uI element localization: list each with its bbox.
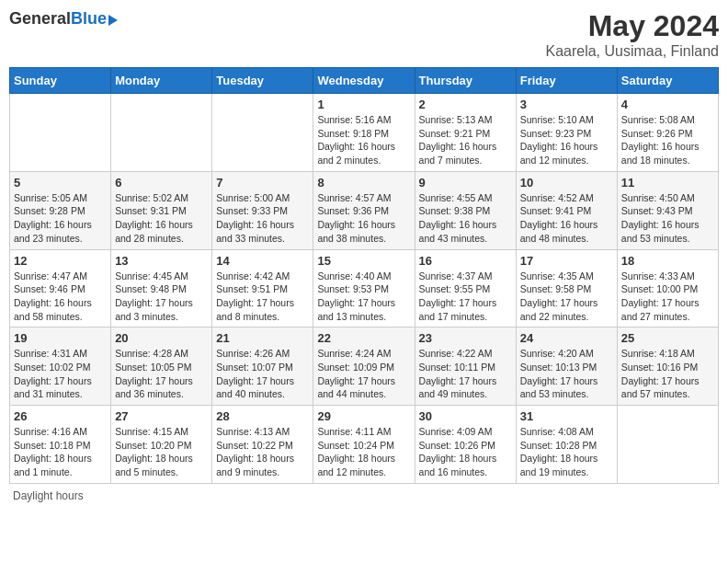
day-info: Sunrise: 5:08 AM Sunset: 9:26 PM Dayligh…	[621, 113, 714, 167]
day-info: Sunrise: 5:16 AM Sunset: 9:18 PM Dayligh…	[317, 113, 410, 167]
calendar-cell: 30Sunrise: 4:09 AM Sunset: 10:26 PM Dayl…	[415, 406, 516, 484]
day-info: Sunrise: 4:40 AM Sunset: 9:53 PM Dayligh…	[317, 270, 410, 324]
day-of-week-header: Friday	[516, 68, 617, 94]
day-info: Sunrise: 4:20 AM Sunset: 10:13 PM Daylig…	[520, 347, 613, 401]
day-info: Sunrise: 4:18 AM Sunset: 10:16 PM Daylig…	[621, 347, 714, 401]
day-number: 16	[419, 254, 512, 268]
calendar-cell: 10Sunrise: 4:52 AM Sunset: 9:41 PM Dayli…	[516, 171, 617, 249]
day-number: 21	[216, 331, 309, 345]
calendar-table: SundayMondayTuesdayWednesdayThursdayFrid…	[9, 67, 719, 484]
calendar-cell: 20Sunrise: 4:28 AM Sunset: 10:05 PM Dayl…	[111, 327, 212, 406]
day-number: 28	[216, 409, 309, 423]
day-of-week-header: Monday	[111, 68, 212, 94]
day-info: Sunrise: 4:45 AM Sunset: 9:48 PM Dayligh…	[115, 270, 208, 324]
day-info: Sunrise: 4:28 AM Sunset: 10:05 PM Daylig…	[115, 347, 208, 401]
day-number: 20	[115, 331, 208, 345]
calendar-cell: 9Sunrise: 4:55 AM Sunset: 9:38 PM Daylig…	[415, 171, 516, 249]
calendar-cell	[111, 94, 212, 172]
day-info: Sunrise: 4:37 AM Sunset: 9:55 PM Dayligh…	[419, 270, 512, 324]
calendar-cell: 2Sunrise: 5:13 AM Sunset: 9:21 PM Daylig…	[415, 94, 516, 172]
day-info: Sunrise: 5:13 AM Sunset: 9:21 PM Dayligh…	[419, 113, 512, 167]
day-info: Sunrise: 5:10 AM Sunset: 9:23 PM Dayligh…	[520, 113, 613, 167]
calendar-cell: 3Sunrise: 5:10 AM Sunset: 9:23 PM Daylig…	[516, 94, 617, 172]
day-number: 9	[419, 176, 512, 190]
calendar-cell: 7Sunrise: 5:00 AM Sunset: 9:33 PM Daylig…	[212, 171, 313, 249]
day-of-week-header: Sunday	[10, 68, 111, 94]
calendar-cell: 23Sunrise: 4:22 AM Sunset: 10:11 PM Dayl…	[415, 327, 516, 406]
day-number: 15	[317, 254, 410, 268]
calendar-week-row: 1Sunrise: 5:16 AM Sunset: 9:18 PM Daylig…	[10, 94, 719, 172]
day-info: Sunrise: 4:31 AM Sunset: 10:02 PM Daylig…	[14, 347, 107, 401]
calendar-cell: 14Sunrise: 4:42 AM Sunset: 9:51 PM Dayli…	[212, 249, 313, 327]
footer: Daylight hours	[9, 489, 719, 502]
day-info: Sunrise: 4:16 AM Sunset: 10:18 PM Daylig…	[14, 425, 107, 479]
calendar-cell: 13Sunrise: 4:45 AM Sunset: 9:48 PM Dayli…	[111, 249, 212, 327]
logo: General Blue	[9, 9, 118, 29]
day-info: Sunrise: 5:02 AM Sunset: 9:31 PM Dayligh…	[115, 191, 208, 246]
day-of-week-header: Tuesday	[212, 68, 313, 94]
calendar-cell	[212, 94, 313, 172]
day-of-week-header: Thursday	[415, 68, 516, 94]
day-number: 22	[317, 331, 410, 345]
calendar-cell: 4Sunrise: 5:08 AM Sunset: 9:26 PM Daylig…	[617, 94, 718, 172]
day-info: Sunrise: 4:26 AM Sunset: 10:07 PM Daylig…	[216, 347, 309, 401]
calendar-cell: 12Sunrise: 4:47 AM Sunset: 9:46 PM Dayli…	[10, 249, 111, 327]
day-number: 31	[520, 409, 613, 423]
day-number: 5	[14, 176, 107, 190]
page-subtitle: Kaarela, Uusimaa, Finland	[545, 43, 719, 60]
day-number: 2	[419, 98, 512, 111]
calendar-cell: 28Sunrise: 4:13 AM Sunset: 10:22 PM Dayl…	[212, 406, 313, 484]
calendar-week-row: 12Sunrise: 4:47 AM Sunset: 9:46 PM Dayli…	[10, 249, 719, 327]
day-number: 7	[216, 176, 309, 190]
day-number: 11	[621, 176, 714, 190]
day-number: 14	[216, 254, 309, 268]
days-of-week-row: SundayMondayTuesdayWednesdayThursdayFrid…	[10, 68, 719, 94]
day-info: Sunrise: 4:55 AM Sunset: 9:38 PM Dayligh…	[419, 191, 512, 246]
calendar-cell: 29Sunrise: 4:11 AM Sunset: 10:24 PM Dayl…	[313, 406, 415, 484]
day-number: 19	[14, 331, 107, 345]
day-number: 3	[520, 98, 613, 111]
day-number: 25	[621, 331, 714, 345]
day-info: Sunrise: 4:08 AM Sunset: 10:28 PM Daylig…	[520, 425, 613, 479]
day-of-week-header: Wednesday	[313, 68, 415, 94]
day-number: 12	[14, 254, 107, 268]
calendar-cell: 27Sunrise: 4:15 AM Sunset: 10:20 PM Dayl…	[111, 406, 212, 484]
day-number: 8	[317, 176, 410, 190]
day-info: Sunrise: 5:00 AM Sunset: 9:33 PM Dayligh…	[216, 191, 309, 246]
calendar-cell: 26Sunrise: 4:16 AM Sunset: 10:18 PM Dayl…	[10, 406, 111, 484]
calendar-week-row: 5Sunrise: 5:05 AM Sunset: 9:28 PM Daylig…	[10, 171, 719, 249]
logo-arrow-icon	[108, 15, 118, 26]
page-header: General Blue May 2024 Kaarela, Uusimaa, …	[9, 9, 719, 60]
calendar-cell: 6Sunrise: 5:02 AM Sunset: 9:31 PM Daylig…	[111, 171, 212, 249]
calendar-cell: 17Sunrise: 4:35 AM Sunset: 9:58 PM Dayli…	[516, 249, 617, 327]
day-info: Sunrise: 4:24 AM Sunset: 10:09 PM Daylig…	[317, 347, 410, 401]
day-of-week-header: Saturday	[617, 68, 718, 94]
day-number: 26	[14, 409, 107, 423]
daylight-hours-label: Daylight hours	[13, 489, 84, 502]
calendar-cell: 24Sunrise: 4:20 AM Sunset: 10:13 PM Dayl…	[516, 327, 617, 406]
calendar-cell: 11Sunrise: 4:50 AM Sunset: 9:43 PM Dayli…	[617, 171, 718, 249]
day-number: 4	[621, 98, 714, 111]
day-number: 24	[520, 331, 613, 345]
day-info: Sunrise: 5:05 AM Sunset: 9:28 PM Dayligh…	[14, 191, 107, 246]
calendar-body: 1Sunrise: 5:16 AM Sunset: 9:18 PM Daylig…	[10, 94, 719, 484]
day-info: Sunrise: 4:09 AM Sunset: 10:26 PM Daylig…	[419, 425, 512, 479]
day-number: 1	[317, 98, 410, 111]
calendar-cell: 25Sunrise: 4:18 AM Sunset: 10:16 PM Dayl…	[617, 327, 718, 406]
day-number: 17	[520, 254, 613, 268]
calendar-cell: 8Sunrise: 4:57 AM Sunset: 9:36 PM Daylig…	[313, 171, 415, 249]
day-number: 18	[621, 254, 714, 268]
day-info: Sunrise: 4:15 AM Sunset: 10:20 PM Daylig…	[115, 425, 208, 479]
calendar-cell: 18Sunrise: 4:33 AM Sunset: 10:00 PM Dayl…	[617, 249, 718, 327]
calendar-cell: 22Sunrise: 4:24 AM Sunset: 10:09 PM Dayl…	[313, 327, 415, 406]
day-info: Sunrise: 4:11 AM Sunset: 10:24 PM Daylig…	[317, 425, 410, 479]
calendar-cell: 19Sunrise: 4:31 AM Sunset: 10:02 PM Dayl…	[10, 327, 111, 406]
title-block: May 2024 Kaarela, Uusimaa, Finland	[545, 9, 719, 60]
day-info: Sunrise: 4:47 AM Sunset: 9:46 PM Dayligh…	[14, 270, 107, 324]
calendar-cell: 15Sunrise: 4:40 AM Sunset: 9:53 PM Dayli…	[313, 249, 415, 327]
day-info: Sunrise: 4:50 AM Sunset: 9:43 PM Dayligh…	[621, 191, 714, 246]
calendar-week-row: 19Sunrise: 4:31 AM Sunset: 10:02 PM Dayl…	[10, 327, 719, 406]
calendar-cell: 1Sunrise: 5:16 AM Sunset: 9:18 PM Daylig…	[313, 94, 415, 172]
day-info: Sunrise: 4:22 AM Sunset: 10:11 PM Daylig…	[419, 347, 512, 401]
day-info: Sunrise: 4:57 AM Sunset: 9:36 PM Dayligh…	[317, 191, 410, 246]
